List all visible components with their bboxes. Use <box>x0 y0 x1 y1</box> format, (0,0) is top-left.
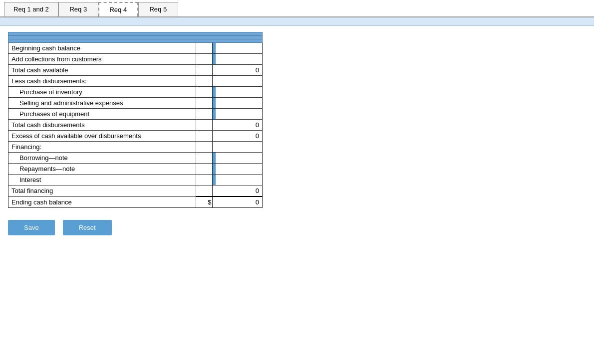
header-title-row <box>8 36 263 39</box>
dollar-sign-13 <box>196 185 213 197</box>
dollar-sign-14: $ <box>196 196 213 208</box>
row-label-1: Add collections from customers <box>8 54 196 65</box>
input-cell-1[interactable] <box>213 54 263 65</box>
table-row: Add collections from customers <box>8 54 263 65</box>
calc-cell-14: 0 <box>213 196 263 208</box>
row-label-6: Purchases of equipment <box>8 109 196 120</box>
calc-cell-8: 0 <box>213 131 263 142</box>
dollar-sign-2 <box>196 65 213 76</box>
input-cell-12[interactable] <box>213 175 263 185</box>
dollar-sign-0 <box>196 43 213 54</box>
tab-req-1-and-2[interactable]: Req 1 and 2 <box>4 2 58 16</box>
table-title <box>8 36 263 39</box>
table-row: Total cash disbursements0 <box>8 120 263 131</box>
row-label-10: Borrowing—note <box>8 153 196 164</box>
input-cell-10[interactable] <box>213 153 263 164</box>
input-cell-5[interactable] <box>213 98 263 109</box>
table-row: Less cash disbursements: <box>8 76 263 87</box>
table-row: Total financing0 <box>8 185 263 197</box>
dollar-sign-12 <box>196 175 213 185</box>
input-cell-11[interactable] <box>213 164 263 175</box>
table-row: Borrowing—note <box>8 153 263 164</box>
row-label-9: Financing: <box>8 142 196 153</box>
table-subtitle <box>8 39 263 43</box>
header-subtitle-row <box>8 39 263 43</box>
calc-cell-2: 0 <box>213 65 263 76</box>
row-label-0: Beginning cash balance <box>8 43 196 54</box>
empty-2-9 <box>213 142 263 153</box>
table-row: Interest <box>8 175 263 185</box>
row-label-13: Total financing <box>8 185 196 197</box>
tab-req-5[interactable]: Req 5 <box>138 2 178 16</box>
table-row: Purchases of equipment <box>8 109 263 120</box>
dollar-sign-1 <box>196 54 213 65</box>
table-row: Ending cash balance$0 <box>8 196 263 208</box>
table-row: Selling and administrative expenses <box>8 98 263 109</box>
dollar-sign-11 <box>196 164 213 175</box>
save-button[interactable]: Save <box>8 220 55 235</box>
empty-1-3 <box>196 76 213 87</box>
table-row: Financing: <box>8 142 263 153</box>
header-company-row <box>8 32 263 36</box>
tab-req-4[interactable]: Req 4 <box>98 2 138 16</box>
dollar-sign-10 <box>196 153 213 164</box>
dollar-sign-7 <box>196 120 213 131</box>
input-cell-6[interactable] <box>213 109 263 120</box>
dollar-sign-8 <box>196 131 213 142</box>
company-name <box>8 32 263 36</box>
table-container: Beginning cash balanceAdd collections fr… <box>0 26 594 214</box>
input-cell-0[interactable] <box>213 43 263 54</box>
instruction-bar <box>0 17 594 26</box>
row-label-11: Repayments—note <box>8 164 196 175</box>
row-label-8: Excess of cash available over disburseme… <box>8 131 196 142</box>
table-row: Repayments—note <box>8 164 263 175</box>
empty-2-3 <box>213 76 263 87</box>
tab-req-3[interactable]: Req 3 <box>58 2 98 16</box>
table-row: Purchase of inventory <box>8 87 263 98</box>
tabs-bar: Req 1 and 2Req 3Req 4Req 5 <box>0 0 594 17</box>
row-label-5: Selling and administrative expenses <box>8 98 196 109</box>
reset-button[interactable]: Reset <box>63 220 112 235</box>
row-label-7: Total cash disbursements <box>8 120 196 131</box>
row-label-12: Interest <box>8 175 196 185</box>
table-row: Excess of cash available over disburseme… <box>8 131 263 142</box>
empty-1-9 <box>196 142 213 153</box>
dollar-sign-5 <box>196 98 213 109</box>
row-label-14: Ending cash balance <box>8 196 196 208</box>
buttons-area: SaveReset <box>0 220 594 235</box>
dollar-sign-4 <box>196 87 213 98</box>
budget-table: Beginning cash balanceAdd collections fr… <box>8 32 263 208</box>
row-label-4: Purchase of inventory <box>8 87 196 98</box>
table-row: Beginning cash balance <box>8 43 263 54</box>
calc-cell-13: 0 <box>213 185 263 197</box>
calc-cell-7: 0 <box>213 120 263 131</box>
input-cell-4[interactable] <box>213 87 263 98</box>
row-label-3: Less cash disbursements: <box>8 76 196 87</box>
dollar-sign-6 <box>196 109 213 120</box>
row-label-2: Total cash available <box>8 65 196 76</box>
table-row: Total cash available0 <box>8 65 263 76</box>
